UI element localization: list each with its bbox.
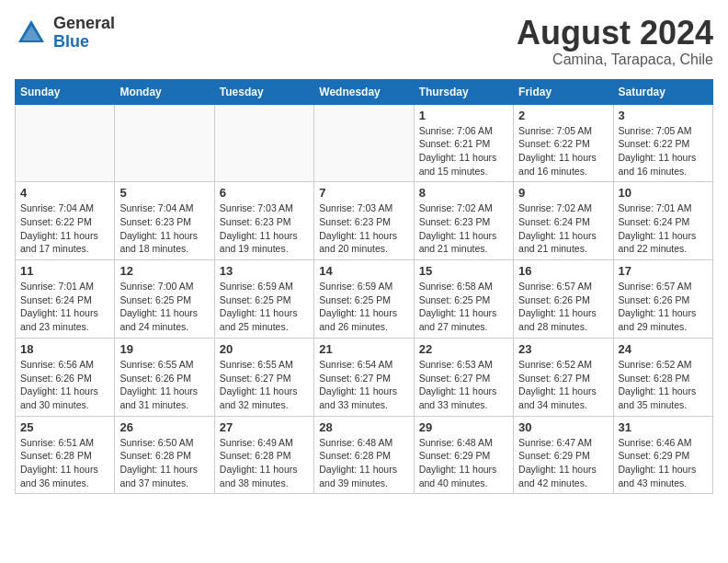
day-info: Sunrise: 6:56 AM Sunset: 6:26 PM Dayligh…: [20, 358, 109, 412]
day-info: Sunrise: 6:52 AM Sunset: 6:27 PM Dayligh…: [518, 358, 608, 412]
calendar-cell: 28Sunrise: 6:48 AM Sunset: 6:28 PM Dayli…: [314, 416, 414, 494]
page-header: General Blue August 2024 Camina, Tarapac…: [15, 15, 713, 68]
calendar-cell: 15Sunrise: 6:58 AM Sunset: 6:25 PM Dayli…: [414, 260, 513, 339]
day-info: Sunrise: 6:52 AM Sunset: 6:28 PM Dayligh…: [619, 358, 708, 412]
day-number: 19: [119, 342, 209, 356]
weekday-header-friday: Friday: [514, 79, 613, 104]
day-number: 31: [619, 420, 708, 434]
day-number: 16: [518, 264, 608, 278]
day-number: 27: [220, 420, 309, 434]
weekday-header-row: SundayMondayTuesdayWednesdayThursdayFrid…: [16, 79, 713, 104]
day-info: Sunrise: 6:54 AM Sunset: 6:27 PM Dayligh…: [319, 358, 408, 412]
day-info: Sunrise: 7:05 AM Sunset: 6:22 PM Dayligh…: [518, 124, 608, 178]
day-number: 20: [220, 342, 309, 356]
day-info: Sunrise: 7:01 AM Sunset: 6:24 PM Dayligh…: [619, 201, 708, 256]
month-year: August 2024: [517, 15, 713, 52]
calendar-week-5: 25Sunrise: 6:51 AM Sunset: 6:28 PM Dayli…: [16, 416, 713, 494]
day-number: 8: [419, 186, 508, 200]
day-number: 5: [119, 186, 209, 200]
day-number: 25: [20, 420, 109, 434]
day-info: Sunrise: 7:04 AM Sunset: 6:23 PM Dayligh…: [119, 201, 209, 256]
calendar-table: SundayMondayTuesdayWednesdayThursdayFrid…: [15, 79, 713, 495]
day-info: Sunrise: 6:55 AM Sunset: 6:26 PM Dayligh…: [119, 358, 209, 412]
calendar-cell: [115, 104, 214, 182]
calendar-cell: 22Sunrise: 6:53 AM Sunset: 6:27 PM Dayli…: [414, 338, 513, 416]
day-info: Sunrise: 7:06 AM Sunset: 6:21 PM Dayligh…: [419, 124, 508, 178]
day-info: Sunrise: 6:58 AM Sunset: 6:25 PM Dayligh…: [419, 280, 508, 334]
day-number: 30: [518, 420, 608, 434]
weekday-header-thursday: Thursday: [414, 79, 513, 104]
calendar-cell: [314, 104, 414, 182]
day-number: 11: [20, 264, 109, 278]
day-number: 14: [319, 264, 408, 278]
calendar-cell: 27Sunrise: 6:49 AM Sunset: 6:28 PM Dayli…: [214, 416, 313, 494]
day-info: Sunrise: 6:50 AM Sunset: 6:28 PM Dayligh…: [119, 436, 209, 490]
calendar-cell: [16, 104, 115, 182]
day-number: 24: [619, 342, 708, 356]
calendar-cell: 4Sunrise: 7:04 AM Sunset: 6:22 PM Daylig…: [16, 182, 115, 260]
location: Camina, Tarapaca, Chile: [517, 52, 713, 68]
calendar-cell: 13Sunrise: 6:59 AM Sunset: 6:25 PM Dayli…: [214, 260, 313, 339]
calendar-cell: 25Sunrise: 6:51 AM Sunset: 6:28 PM Dayli…: [16, 416, 115, 494]
day-info: Sunrise: 6:47 AM Sunset: 6:29 PM Dayligh…: [518, 436, 608, 490]
calendar-cell: 18Sunrise: 6:56 AM Sunset: 6:26 PM Dayli…: [16, 338, 115, 416]
calendar-week-2: 4Sunrise: 7:04 AM Sunset: 6:22 PM Daylig…: [16, 182, 713, 260]
calendar-cell: 23Sunrise: 6:52 AM Sunset: 6:27 PM Dayli…: [514, 338, 613, 416]
day-info: Sunrise: 6:59 AM Sunset: 6:25 PM Dayligh…: [319, 280, 408, 334]
calendar-cell: 31Sunrise: 6:46 AM Sunset: 6:29 PM Dayli…: [613, 416, 712, 494]
calendar-cell: 24Sunrise: 6:52 AM Sunset: 6:28 PM Dayli…: [613, 338, 712, 416]
day-number: 12: [119, 264, 209, 278]
day-info: Sunrise: 6:53 AM Sunset: 6:27 PM Dayligh…: [419, 358, 508, 412]
day-info: Sunrise: 7:00 AM Sunset: 6:25 PM Dayligh…: [119, 280, 209, 334]
logo-blue: Blue: [53, 33, 115, 52]
day-info: Sunrise: 6:48 AM Sunset: 6:28 PM Dayligh…: [319, 436, 408, 490]
calendar-cell: 14Sunrise: 6:59 AM Sunset: 6:25 PM Dayli…: [314, 260, 414, 339]
calendar-cell: 7Sunrise: 7:03 AM Sunset: 6:23 PM Daylig…: [314, 182, 414, 260]
day-number: 7: [319, 186, 408, 200]
day-info: Sunrise: 6:57 AM Sunset: 6:26 PM Dayligh…: [518, 280, 608, 334]
day-info: Sunrise: 6:57 AM Sunset: 6:26 PM Dayligh…: [619, 280, 708, 334]
day-info: Sunrise: 7:02 AM Sunset: 6:24 PM Dayligh…: [518, 201, 608, 256]
day-number: 13: [220, 264, 309, 278]
weekday-header-tuesday: Tuesday: [214, 79, 313, 104]
calendar-cell: 12Sunrise: 7:00 AM Sunset: 6:25 PM Dayli…: [115, 260, 214, 339]
day-info: Sunrise: 6:48 AM Sunset: 6:29 PM Dayligh…: [419, 436, 508, 490]
calendar-cell: 21Sunrise: 6:54 AM Sunset: 6:27 PM Dayli…: [314, 338, 414, 416]
day-number: 28: [319, 420, 408, 434]
calendar-cell: 20Sunrise: 6:55 AM Sunset: 6:27 PM Dayli…: [214, 338, 313, 416]
calendar-cell: 9Sunrise: 7:02 AM Sunset: 6:24 PM Daylig…: [514, 182, 613, 260]
day-number: 9: [518, 186, 608, 200]
calendar-cell: 19Sunrise: 6:55 AM Sunset: 6:26 PM Dayli…: [115, 338, 214, 416]
logo-general: General: [53, 15, 115, 33]
calendar-cell: 8Sunrise: 7:02 AM Sunset: 6:23 PM Daylig…: [414, 182, 513, 260]
calendar-cell: 6Sunrise: 7:03 AM Sunset: 6:23 PM Daylig…: [214, 182, 313, 260]
day-number: 1: [419, 109, 508, 122]
calendar-cell: 11Sunrise: 7:01 AM Sunset: 6:24 PM Dayli…: [16, 260, 115, 339]
logo-icon: [15, 17, 48, 50]
calendar-cell: 30Sunrise: 6:47 AM Sunset: 6:29 PM Dayli…: [514, 416, 613, 494]
day-number: 6: [220, 186, 309, 200]
weekday-header-monday: Monday: [115, 79, 214, 104]
day-info: Sunrise: 7:01 AM Sunset: 6:24 PM Dayligh…: [20, 280, 109, 334]
logo: General Blue: [15, 15, 115, 52]
day-info: Sunrise: 7:05 AM Sunset: 6:22 PM Dayligh…: [619, 124, 708, 178]
day-info: Sunrise: 6:51 AM Sunset: 6:28 PM Dayligh…: [20, 436, 109, 490]
day-number: 23: [518, 342, 608, 356]
day-number: 3: [619, 109, 708, 122]
day-number: 2: [518, 109, 608, 122]
day-number: 17: [619, 264, 708, 278]
day-number: 15: [419, 264, 508, 278]
day-info: Sunrise: 6:55 AM Sunset: 6:27 PM Dayligh…: [220, 358, 309, 412]
calendar-week-4: 18Sunrise: 6:56 AM Sunset: 6:26 PM Dayli…: [16, 338, 713, 416]
day-info: Sunrise: 7:03 AM Sunset: 6:23 PM Dayligh…: [319, 201, 408, 256]
day-number: 22: [419, 342, 508, 356]
title-block: August 2024 Camina, Tarapaca, Chile: [517, 15, 713, 68]
day-info: Sunrise: 7:04 AM Sunset: 6:22 PM Dayligh…: [20, 201, 109, 256]
day-number: 29: [419, 420, 508, 434]
calendar-cell: 17Sunrise: 6:57 AM Sunset: 6:26 PM Dayli…: [613, 260, 712, 339]
day-number: 4: [20, 186, 109, 200]
calendar-cell: 10Sunrise: 7:01 AM Sunset: 6:24 PM Dayli…: [613, 182, 712, 260]
weekday-header-wednesday: Wednesday: [314, 79, 414, 104]
calendar-week-1: 1Sunrise: 7:06 AM Sunset: 6:21 PM Daylig…: [16, 104, 713, 182]
calendar-cell: 16Sunrise: 6:57 AM Sunset: 6:26 PM Dayli…: [514, 260, 613, 339]
